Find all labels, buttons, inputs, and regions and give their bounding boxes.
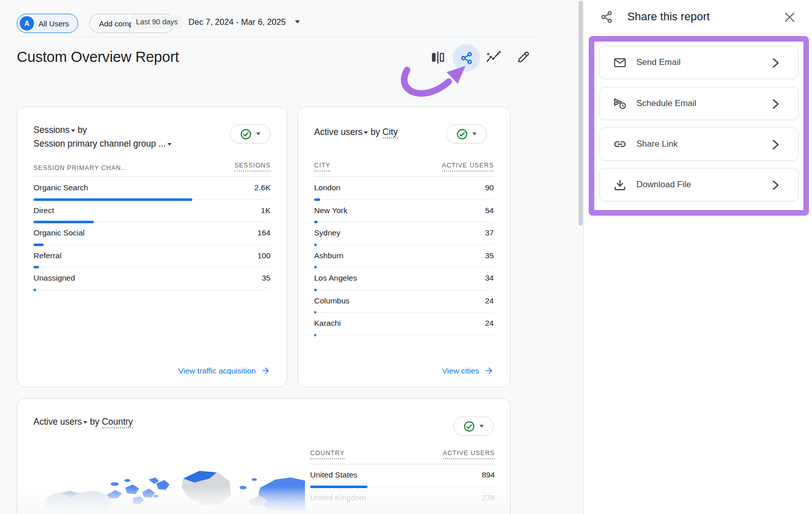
check-circle-icon xyxy=(456,128,468,140)
table-row: Sydney 37 xyxy=(314,222,494,245)
view-traffic-acquisition-link[interactable]: View traffic acquisition xyxy=(178,366,270,375)
table-row: Karachi 24 xyxy=(314,313,494,335)
by-text: by xyxy=(90,417,99,427)
date-preset-badge: Last 90 days xyxy=(131,15,182,28)
share-icon xyxy=(600,10,614,24)
table-row: New York 54 xyxy=(314,200,494,223)
data-quality-pill[interactable] xyxy=(453,417,494,436)
table-row: London 90 xyxy=(314,177,494,200)
table-row: United Kingdom 278 xyxy=(310,487,495,510)
comparison-icon[interactable] xyxy=(430,50,445,65)
all-users-chip[interactable]: A All Users xyxy=(17,14,78,33)
download-file-item[interactable]: Download File xyxy=(599,168,799,201)
email-icon xyxy=(613,56,627,70)
top-bar: A All Users Add comparison + Last 90 day… xyxy=(0,0,583,37)
cities-column-headers: CITY ACTIVE USERS xyxy=(314,162,494,177)
all-users-label: All Users xyxy=(39,19,69,28)
page-title: Custom Overview Report xyxy=(17,49,179,65)
topbar-divider xyxy=(17,37,538,37)
countries-card-title: Active users by Country xyxy=(33,415,494,429)
chevron-down-icon xyxy=(167,143,172,146)
table-row: Referral 100 xyxy=(33,245,270,268)
date-range-selector[interactable]: Last 90 days Dec 7, 2024 - Mar 6, 2025 xyxy=(131,15,300,28)
countries-table: COUNTRY ACTIVE USERS United States 894 U… xyxy=(310,450,495,509)
chevron-right-icon xyxy=(770,139,781,151)
schedule-email-item[interactable]: Schedule Email xyxy=(599,87,799,120)
dimension-selector[interactable]: City xyxy=(383,127,398,139)
data-quality-pill[interactable] xyxy=(230,124,270,144)
col-dimension-sort[interactable]: CITY xyxy=(314,162,330,172)
cities-table: London 90 New York 54 Sydney 37 Ashburn … xyxy=(314,177,494,335)
share-button[interactable] xyxy=(453,44,480,72)
share-icon xyxy=(460,51,473,65)
vertical-scrollbar[interactable] xyxy=(579,1,583,226)
countries-card: Active users by Country xyxy=(17,398,511,514)
chevron-down-icon xyxy=(71,129,75,132)
link-icon xyxy=(613,137,627,151)
chevron-right-icon xyxy=(770,57,781,69)
sessions-column-headers: SESSION PRIMARY CHAN... SESSIONS xyxy=(33,162,270,177)
sessions-table: Organic Search 2.6K Direct 1K Organic So… xyxy=(33,177,270,290)
countries-column-headers: COUNTRY ACTIVE USERS xyxy=(310,450,495,464)
highlight-box: Send Email Schedule Email xyxy=(589,36,809,216)
world-map xyxy=(31,447,305,514)
col-dimension-sort[interactable]: COUNTRY xyxy=(310,450,345,459)
row-bar xyxy=(314,334,316,336)
arrow-right-icon xyxy=(484,366,494,375)
close-icon[interactable] xyxy=(783,10,796,24)
table-row: Organic Search 2.6K xyxy=(33,177,270,200)
chevron-down-icon xyxy=(364,131,368,134)
dimension-selector[interactable]: Session primary channel group ... xyxy=(33,139,172,149)
dimension-selector[interactable]: Country xyxy=(102,417,133,428)
metric-selector[interactable]: Sessions xyxy=(33,125,75,135)
edit-icon[interactable] xyxy=(516,49,531,64)
chevron-down-icon xyxy=(295,20,300,23)
table-row: Organic Social 164 xyxy=(33,222,270,245)
panel-title: Share this report xyxy=(627,10,710,23)
chevron-down-icon xyxy=(472,132,477,135)
col-metric-sort[interactable]: SESSIONS xyxy=(234,162,270,172)
col-metric-sort[interactable]: ACTIVE USERS xyxy=(443,450,495,459)
sessions-card: Sessions by Session primary channel grou… xyxy=(17,107,287,387)
table-row: Direct 1K xyxy=(33,200,270,223)
check-circle-icon xyxy=(463,421,475,432)
chevron-down-icon xyxy=(256,132,260,135)
check-circle-icon xyxy=(240,128,252,140)
report-toolbar xyxy=(426,44,538,72)
schedule-send-icon xyxy=(613,96,627,111)
send-email-item[interactable]: Send Email xyxy=(599,46,799,79)
table-row: Columbus 24 xyxy=(314,290,494,313)
share-panel-header: Share this report xyxy=(584,0,812,34)
table-row: Los Angeles 34 xyxy=(314,267,494,290)
col-metric-sort[interactable]: ACTIVE USERS xyxy=(442,162,494,172)
table-row: Ashburn 35 xyxy=(314,245,494,268)
chevron-down-icon xyxy=(480,425,484,428)
ga4-report-screen: A All Users Add comparison + Last 90 day… xyxy=(0,0,812,514)
date-range-text: Dec 7, 2024 - Mar 6, 2025 xyxy=(188,17,286,27)
chevron-right-icon xyxy=(770,98,781,110)
view-cities-link[interactable]: View cities xyxy=(442,366,494,375)
col-dimension-label: SESSION PRIMARY CHAN... xyxy=(33,164,128,172)
table-row: United States 894 xyxy=(310,464,495,487)
row-bar xyxy=(33,289,36,291)
by-text: by xyxy=(78,125,87,135)
table-row: Unassigned 35 xyxy=(33,267,270,290)
audience-avatar: A xyxy=(20,16,34,30)
download-icon xyxy=(613,178,627,192)
cities-card: Active users by City CITY ACTIVE USERS L… xyxy=(297,107,511,387)
chevron-down-icon xyxy=(83,421,87,424)
data-quality-pill[interactable] xyxy=(446,124,487,144)
insights-icon[interactable] xyxy=(485,49,502,65)
metric-selector[interactable]: Active users xyxy=(33,417,87,427)
metric-selector[interactable]: Active users xyxy=(314,127,368,137)
share-link-item[interactable]: Share Link xyxy=(599,127,799,161)
share-panel: Share this report Send Email xyxy=(583,0,812,514)
arrow-right-icon xyxy=(261,366,270,375)
by-text: by xyxy=(370,127,380,137)
chevron-right-icon xyxy=(770,179,781,191)
